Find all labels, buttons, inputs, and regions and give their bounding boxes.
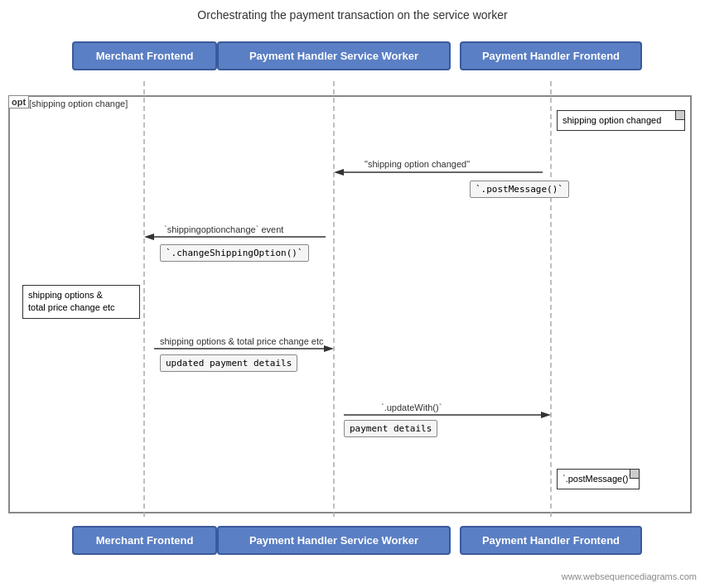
post-message-box-1: `.postMessage()` [470, 181, 569, 198]
post-message-box-2: payment details [344, 420, 437, 437]
msg-shippingoptionchange-label: `shippingoptionchange` event [164, 224, 283, 234]
actor-merchant-top: Merchant Frontend [72, 41, 217, 70]
opt-condition: [shipping option change] [29, 99, 128, 108]
diagram-title: Orchestrating the payment transaction on… [0, 0, 705, 22]
actor-payment-frontend-top: Payment Handler Frontend [460, 41, 642, 70]
change-shipping-option-box: `.changeShippingOption()` [160, 244, 309, 262]
msg-payment-details: `.updateWith()` [381, 402, 442, 412]
msg-shipping-option-changed-label: "shipping option changed" [365, 159, 470, 169]
side-note: shipping options &total price change etc [22, 285, 140, 319]
actor-service-worker-bottom: Payment Handler Service Worker [217, 526, 451, 555]
actor-service-worker-top: Payment Handler Service Worker [217, 41, 451, 70]
update-with-box: updated payment details [160, 354, 297, 372]
update-ui-note: `.postMessage()` [557, 469, 640, 489]
actor-merchant-bottom: Merchant Frontend [72, 526, 217, 555]
watermark: www.websequencediagrams.com [562, 571, 697, 581]
opt-label: opt [8, 95, 29, 108]
msg-updated-payment-details: shipping options & total price change et… [160, 336, 324, 346]
actor-payment-frontend-bottom: Payment Handler Frontend [460, 526, 642, 555]
shipping-option-changed-note: shipping option changed [557, 110, 685, 131]
